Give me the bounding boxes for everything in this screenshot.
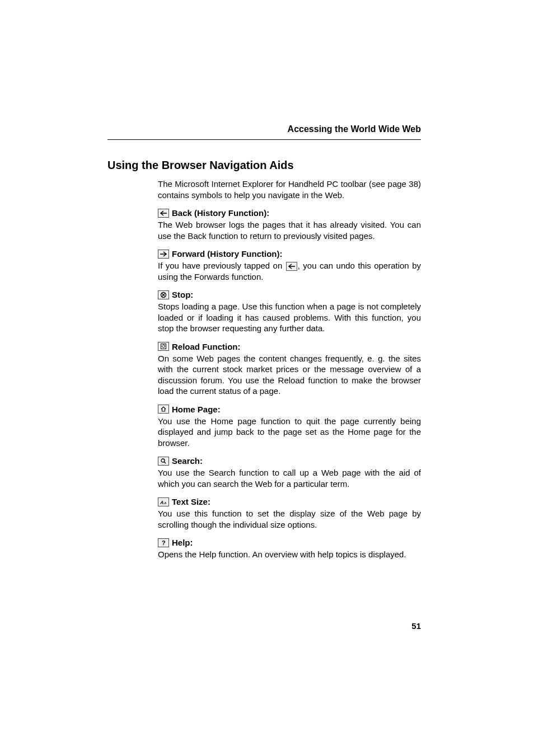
text-size-icon: AA <box>158 497 169 506</box>
running-header: Accessing the World Wide Web <box>107 124 421 140</box>
item-title: Text Size: <box>172 497 210 506</box>
item-body: You use the Home page function to quit t… <box>158 416 421 449</box>
item-body: If you have previously tapped on , you c… <box>158 260 421 282</box>
item-body: Opens the Help function. An overview wit… <box>158 549 421 560</box>
item-title: Search: <box>172 456 203 466</box>
item-home: Home Page: You use the Home page functio… <box>158 405 421 449</box>
arrow-left-icon <box>158 209 169 218</box>
item-back: Back (History Function): The Web browser… <box>158 208 421 241</box>
item-body: On some Web pages the content changes fr… <box>158 353 421 397</box>
item-forward: Forward (History Function): If you have … <box>158 249 421 282</box>
item-body: You use this function to set the display… <box>158 508 421 530</box>
item-stop: Stop: Stops loading a page. Use this fun… <box>158 290 421 334</box>
item-title: Reload Function: <box>172 342 241 351</box>
arrow-right-icon <box>158 250 169 259</box>
item-title: Help: <box>172 538 193 547</box>
section-heading: Using the Browser Navigation Aids <box>107 159 421 172</box>
item-textsize: AA Text Size: You use this function to s… <box>158 497 421 530</box>
body-prefix: If you have previously tapped on <box>158 261 285 270</box>
stop-icon <box>158 290 169 299</box>
home-icon <box>158 405 169 414</box>
svg-text:?: ? <box>162 539 166 546</box>
intro-paragraph: The Microsoft Internet Explorer for Hand… <box>158 179 421 200</box>
svg-text:A: A <box>160 500 164 505</box>
reload-icon <box>158 342 169 351</box>
item-title: Forward (History Function): <box>172 249 283 259</box>
content-area: The Microsoft Internet Explorer for Hand… <box>158 179 421 560</box>
item-body: You use the Search function to call up a… <box>158 467 421 489</box>
svg-point-2 <box>161 459 165 462</box>
item-body: Stops loading a page. Use this function … <box>158 301 421 334</box>
search-icon <box>158 457 169 466</box>
arrow-left-inline-icon <box>286 262 297 271</box>
item-search: Search: You use the Search function to c… <box>158 456 421 489</box>
item-title: Stop: <box>172 290 193 299</box>
svg-text:A: A <box>163 501 166 505</box>
item-body: The Web browser logs the pages that it h… <box>158 219 421 241</box>
page-number: 51 <box>411 621 421 631</box>
item-help: ? Help: Opens the Help function. An over… <box>158 538 421 560</box>
help-icon: ? <box>158 538 169 547</box>
page-content: Accessing the World Wide Web Using the B… <box>0 0 534 560</box>
item-reload: Reload Function: On some Web pages the c… <box>158 342 421 397</box>
item-title: Back (History Function): <box>172 208 269 218</box>
item-title: Home Page: <box>172 405 221 414</box>
